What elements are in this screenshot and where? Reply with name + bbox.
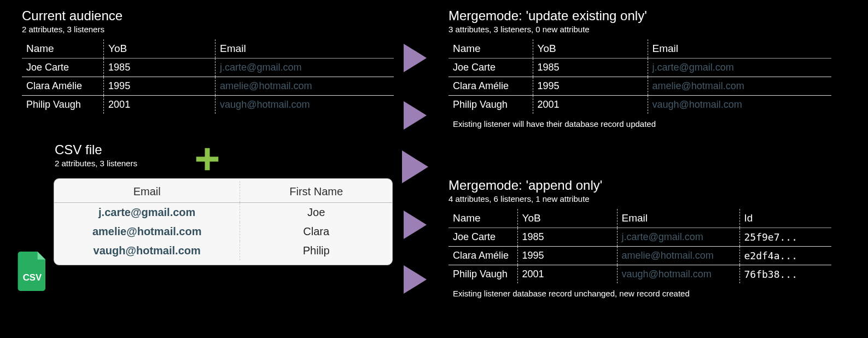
panel-current-audience: Current audience 2 attributes, 3 listene… [22,8,394,114]
cell: Philip Vaugh [448,265,517,284]
col-header: Email [617,209,739,228]
csv-cell-name: Clara [240,222,392,241]
col-header: Email [648,39,831,59]
panel-merge-append: Mergemode: 'append only' 4 attributes, 6… [448,178,831,301]
cell-id: e2df4a... [739,247,831,265]
csv-file-icon: CSV [16,252,48,291]
current-audience-table: Name YoB Email Joe Carte 1985 j.carte@gm… [22,39,394,114]
col-header: YoB [533,39,648,59]
cell: 2001 [104,96,215,114]
cell: Joe Carte [448,228,517,247]
current-audience-sub: 2 attributes, 3 listeners [22,25,394,34]
cell-id: 25f9e7... [739,228,831,247]
csv-cell-email: amelie@hotmail.com [54,222,240,241]
cell: Joe Carte [22,59,104,77]
arrow-right-icon [404,44,427,72]
cell-email: vaugh@hotmail.com [215,96,394,114]
cell: Clara Amélie [22,77,104,96]
cell: 1995 [533,77,648,96]
merge-sub: 3 attributes, 3 listeners, 0 new attribu… [448,25,831,34]
cell-email: j.carte@gmail.com [617,228,739,247]
merge-table: Name YoB Email Joe Carte 1985 j.carte@gm… [448,39,831,132]
col-header: YoB [104,39,215,59]
col-header: Name [448,209,517,228]
cell-id: 76fb38... [739,265,831,284]
csv-sub: 2 attributes, 3 listeners [55,159,137,168]
cell: 1995 [517,247,617,265]
append-note: Existing listener database record unchan… [448,283,831,301]
cell: Philip Vaugh [22,96,104,114]
append-sub: 4 attributes, 6 listeners, 1 new attribu… [448,194,831,203]
cell: 1985 [533,59,648,77]
cell-email: vaugh@hotmail.com [617,265,739,284]
cell: 1985 [104,59,215,77]
cell-email: amelie@hotmail.com [617,247,739,265]
cell-email: j.carte@gmail.com [648,59,831,77]
cell: Clara Amélie [448,77,533,96]
plus-icon [193,144,222,179]
cell-email: vaugh@hotmail.com [648,96,831,114]
cell: 2001 [533,96,648,114]
cell: 2001 [517,265,617,284]
csv-cell-email: j.carte@gmail.com [54,203,240,223]
col-header: Name [22,39,104,59]
arrow-right-icon [404,101,427,130]
csv-cell-name: Joe [240,203,392,223]
cell: 1995 [104,77,215,96]
current-audience-title: Current audience [22,8,394,24]
cell-email: amelie@hotmail.com [648,77,831,96]
cell-email: j.carte@gmail.com [215,59,394,77]
append-table: Name YoB Email Id Joe Carte 1985 j.carte… [448,209,831,301]
col-header: YoB [517,209,617,228]
cell: Philip Vaugh [448,96,533,114]
col-header: Email [215,39,394,59]
panel-merge-update: Mergemode: 'update existing only' 3 attr… [448,8,831,132]
cell: 1985 [517,228,617,247]
cell: Clara Amélie [448,247,517,265]
arrow-right-icon [404,265,427,294]
cell: Joe Carte [448,59,533,77]
csv-col-header: Email [54,181,240,203]
col-header: Id [739,209,831,228]
csv-title: CSV file [55,142,137,158]
cell-email: amelie@hotmail.com [215,77,394,96]
col-header: Name [448,39,533,59]
append-title: Mergemode: 'append only' [448,178,831,193]
merge-note: Existing listener will have their databa… [448,114,831,132]
csv-file-card: Email First Name j.carte@gmail.com Joe a… [54,178,393,265]
csv-cell-name: Philip [240,241,392,260]
svg-text:CSV: CSV [23,272,42,283]
csv-caption: CSV file 2 attributes, 3 listeners [55,142,137,173]
csv-col-header: First Name [240,181,392,203]
csv-cell-email: vaugh@hotmail.com [54,241,240,260]
arrow-right-icon [404,211,427,239]
merge-title: Mergemode: 'update existing only' [448,8,831,24]
arrow-right-icon [402,150,428,183]
